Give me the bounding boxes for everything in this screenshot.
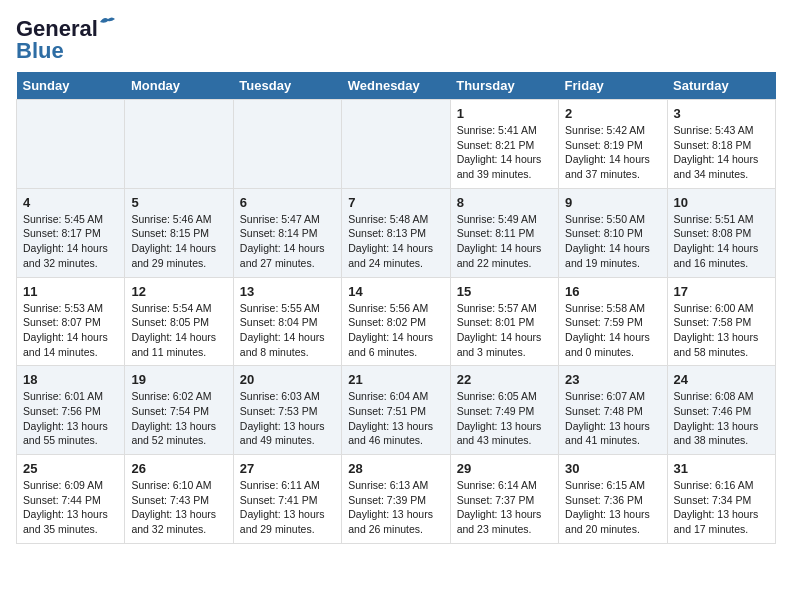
calendar-day-cell: 29Sunrise: 6:14 AM Sunset: 7:37 PM Dayli… [450,455,558,544]
day-info: Sunrise: 6:00 AM Sunset: 7:58 PM Dayligh… [674,301,769,360]
day-info: Sunrise: 6:03 AM Sunset: 7:53 PM Dayligh… [240,389,335,448]
day-info: Sunrise: 5:49 AM Sunset: 8:11 PM Dayligh… [457,212,552,271]
calendar-day-cell [125,100,233,189]
day-info: Sunrise: 5:58 AM Sunset: 7:59 PM Dayligh… [565,301,660,360]
day-info: Sunrise: 6:07 AM Sunset: 7:48 PM Dayligh… [565,389,660,448]
calendar-day-cell: 22Sunrise: 6:05 AM Sunset: 7:49 PM Dayli… [450,366,558,455]
logo-general: General [16,16,98,41]
day-number: 27 [240,461,335,476]
header-saturday: Saturday [667,72,775,100]
calendar-day-cell: 11Sunrise: 5:53 AM Sunset: 8:07 PM Dayli… [17,277,125,366]
day-number: 31 [674,461,769,476]
day-number: 30 [565,461,660,476]
calendar-day-cell: 19Sunrise: 6:02 AM Sunset: 7:54 PM Dayli… [125,366,233,455]
day-info: Sunrise: 6:11 AM Sunset: 7:41 PM Dayligh… [240,478,335,537]
calendar-week-row: 1Sunrise: 5:41 AM Sunset: 8:21 PM Daylig… [17,100,776,189]
header-row: SundayMondayTuesdayWednesdayThursdayFrid… [17,72,776,100]
day-number: 15 [457,284,552,299]
calendar-day-cell: 9Sunrise: 5:50 AM Sunset: 8:10 PM Daylig… [559,188,667,277]
day-number: 28 [348,461,443,476]
header-monday: Monday [125,72,233,100]
day-number: 17 [674,284,769,299]
day-number: 11 [23,284,118,299]
day-info: Sunrise: 6:02 AM Sunset: 7:54 PM Dayligh… [131,389,226,448]
calendar-day-cell: 28Sunrise: 6:13 AM Sunset: 7:39 PM Dayli… [342,455,450,544]
day-number: 21 [348,372,443,387]
calendar-day-cell: 25Sunrise: 6:09 AM Sunset: 7:44 PM Dayli… [17,455,125,544]
calendar-day-cell: 4Sunrise: 5:45 AM Sunset: 8:17 PM Daylig… [17,188,125,277]
calendar-day-cell: 1Sunrise: 5:41 AM Sunset: 8:21 PM Daylig… [450,100,558,189]
day-number: 2 [565,106,660,121]
calendar-day-cell [342,100,450,189]
calendar-day-cell: 27Sunrise: 6:11 AM Sunset: 7:41 PM Dayli… [233,455,341,544]
day-info: Sunrise: 5:48 AM Sunset: 8:13 PM Dayligh… [348,212,443,271]
calendar-day-cell: 24Sunrise: 6:08 AM Sunset: 7:46 PM Dayli… [667,366,775,455]
calendar-day-cell: 14Sunrise: 5:56 AM Sunset: 8:02 PM Dayli… [342,277,450,366]
logo: General Blue [16,16,98,64]
day-number: 20 [240,372,335,387]
day-info: Sunrise: 6:09 AM Sunset: 7:44 PM Dayligh… [23,478,118,537]
day-number: 23 [565,372,660,387]
header-wednesday: Wednesday [342,72,450,100]
day-info: Sunrise: 6:10 AM Sunset: 7:43 PM Dayligh… [131,478,226,537]
day-info: Sunrise: 5:56 AM Sunset: 8:02 PM Dayligh… [348,301,443,360]
day-info: Sunrise: 5:47 AM Sunset: 8:14 PM Dayligh… [240,212,335,271]
calendar-week-row: 25Sunrise: 6:09 AM Sunset: 7:44 PM Dayli… [17,455,776,544]
header: General Blue [16,16,776,64]
calendar-day-cell: 16Sunrise: 5:58 AM Sunset: 7:59 PM Dayli… [559,277,667,366]
day-info: Sunrise: 6:01 AM Sunset: 7:56 PM Dayligh… [23,389,118,448]
day-number: 7 [348,195,443,210]
calendar-day-cell: 2Sunrise: 5:42 AM Sunset: 8:19 PM Daylig… [559,100,667,189]
header-friday: Friday [559,72,667,100]
calendar-day-cell: 26Sunrise: 6:10 AM Sunset: 7:43 PM Dayli… [125,455,233,544]
calendar-day-cell: 6Sunrise: 5:47 AM Sunset: 8:14 PM Daylig… [233,188,341,277]
day-info: Sunrise: 5:54 AM Sunset: 8:05 PM Dayligh… [131,301,226,360]
day-number: 12 [131,284,226,299]
calendar-day-cell: 10Sunrise: 5:51 AM Sunset: 8:08 PM Dayli… [667,188,775,277]
day-info: Sunrise: 5:53 AM Sunset: 8:07 PM Dayligh… [23,301,118,360]
calendar-day-cell: 3Sunrise: 5:43 AM Sunset: 8:18 PM Daylig… [667,100,775,189]
day-info: Sunrise: 5:45 AM Sunset: 8:17 PM Dayligh… [23,212,118,271]
day-info: Sunrise: 6:16 AM Sunset: 7:34 PM Dayligh… [674,478,769,537]
calendar-day-cell: 15Sunrise: 5:57 AM Sunset: 8:01 PM Dayli… [450,277,558,366]
day-info: Sunrise: 6:04 AM Sunset: 7:51 PM Dayligh… [348,389,443,448]
calendar-day-cell: 21Sunrise: 6:04 AM Sunset: 7:51 PM Dayli… [342,366,450,455]
day-info: Sunrise: 5:50 AM Sunset: 8:10 PM Dayligh… [565,212,660,271]
calendar-day-cell: 5Sunrise: 5:46 AM Sunset: 8:15 PM Daylig… [125,188,233,277]
day-number: 10 [674,195,769,210]
day-info: Sunrise: 6:14 AM Sunset: 7:37 PM Dayligh… [457,478,552,537]
calendar-day-cell: 17Sunrise: 6:00 AM Sunset: 7:58 PM Dayli… [667,277,775,366]
day-info: Sunrise: 6:05 AM Sunset: 7:49 PM Dayligh… [457,389,552,448]
calendar-day-cell: 31Sunrise: 6:16 AM Sunset: 7:34 PM Dayli… [667,455,775,544]
day-info: Sunrise: 6:13 AM Sunset: 7:39 PM Dayligh… [348,478,443,537]
calendar-day-cell [17,100,125,189]
day-info: Sunrise: 5:41 AM Sunset: 8:21 PM Dayligh… [457,123,552,182]
day-number: 6 [240,195,335,210]
calendar-day-cell: 12Sunrise: 5:54 AM Sunset: 8:05 PM Dayli… [125,277,233,366]
day-info: Sunrise: 5:46 AM Sunset: 8:15 PM Dayligh… [131,212,226,271]
calendar-day-cell: 30Sunrise: 6:15 AM Sunset: 7:36 PM Dayli… [559,455,667,544]
calendar-day-cell: 18Sunrise: 6:01 AM Sunset: 7:56 PM Dayli… [17,366,125,455]
logo-bird-icon [98,14,116,28]
day-info: Sunrise: 6:15 AM Sunset: 7:36 PM Dayligh… [565,478,660,537]
calendar-day-cell: 23Sunrise: 6:07 AM Sunset: 7:48 PM Dayli… [559,366,667,455]
day-number: 26 [131,461,226,476]
day-number: 8 [457,195,552,210]
day-number: 14 [348,284,443,299]
day-info: Sunrise: 5:43 AM Sunset: 8:18 PM Dayligh… [674,123,769,182]
day-info: Sunrise: 5:55 AM Sunset: 8:04 PM Dayligh… [240,301,335,360]
header-thursday: Thursday [450,72,558,100]
day-number: 25 [23,461,118,476]
day-number: 29 [457,461,552,476]
day-info: Sunrise: 5:42 AM Sunset: 8:19 PM Dayligh… [565,123,660,182]
header-tuesday: Tuesday [233,72,341,100]
day-info: Sunrise: 6:08 AM Sunset: 7:46 PM Dayligh… [674,389,769,448]
calendar-week-row: 18Sunrise: 6:01 AM Sunset: 7:56 PM Dayli… [17,366,776,455]
day-number: 1 [457,106,552,121]
calendar-day-cell: 20Sunrise: 6:03 AM Sunset: 7:53 PM Dayli… [233,366,341,455]
calendar-day-cell: 7Sunrise: 5:48 AM Sunset: 8:13 PM Daylig… [342,188,450,277]
calendar-week-row: 4Sunrise: 5:45 AM Sunset: 8:17 PM Daylig… [17,188,776,277]
calendar-week-row: 11Sunrise: 5:53 AM Sunset: 8:07 PM Dayli… [17,277,776,366]
day-info: Sunrise: 5:57 AM Sunset: 8:01 PM Dayligh… [457,301,552,360]
day-number: 18 [23,372,118,387]
